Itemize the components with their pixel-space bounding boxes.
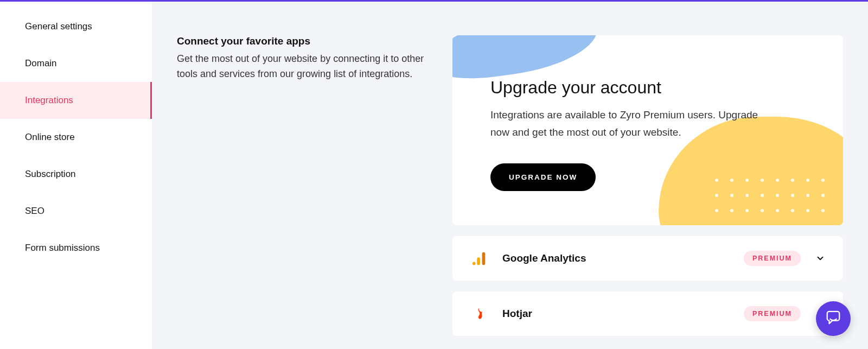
premium-badge: PREMIUM — [744, 251, 801, 266]
upgrade-now-button[interactable]: UPGRADE NOW — [490, 163, 596, 191]
sidebar-item-subscription[interactable]: Subscription — [0, 156, 152, 193]
integration-row-hotjar[interactable]: Hotjar PREMIUM — [452, 291, 843, 336]
upgrade-body: Integrations are available to Zyro Premi… — [490, 106, 773, 142]
intro-body: Get the most out of your website by conn… — [177, 52, 426, 82]
svg-rect-2 — [482, 252, 486, 265]
upgrade-title: Upgrade your account — [490, 78, 805, 98]
app-layout: General settings Domain Integrations Onl… — [0, 2, 868, 349]
hotjar-icon — [470, 304, 488, 323]
main-content: Connect your favorite apps Get the most … — [152, 2, 868, 349]
chat-launcher-button[interactable] — [816, 301, 851, 336]
decorative-blob-blue — [452, 35, 602, 84]
svg-rect-1 — [477, 257, 480, 265]
sidebar-item-seo[interactable]: SEO — [0, 193, 152, 230]
sidebar: General settings Domain Integrations Onl… — [0, 2, 152, 349]
premium-badge: PREMIUM — [744, 306, 801, 321]
sidebar-item-online-store[interactable]: Online store — [0, 119, 152, 156]
sidebar-item-general-settings[interactable]: General settings — [0, 8, 152, 45]
google-analytics-icon — [470, 249, 488, 268]
sidebar-item-domain[interactable]: Domain — [0, 45, 152, 82]
svg-point-0 — [473, 262, 476, 265]
integration-title: Hotjar — [502, 308, 730, 320]
upgrade-card: Upgrade your account Integrations are av… — [452, 35, 843, 225]
chevron-down-icon — [815, 253, 826, 264]
integration-title: Google Analytics — [502, 252, 730, 264]
intro-block: Connect your favorite apps Get the most … — [177, 35, 426, 349]
intro-heading: Connect your favorite apps — [177, 35, 426, 47]
integration-row-google-analytics[interactable]: Google Analytics PREMIUM — [452, 236, 843, 281]
chat-icon — [825, 309, 841, 328]
right-column: Upgrade your account Integrations are av… — [452, 35, 843, 349]
sidebar-item-integrations[interactable]: Integrations — [0, 82, 152, 119]
sidebar-item-form-submissions[interactable]: Form submissions — [0, 230, 152, 266]
